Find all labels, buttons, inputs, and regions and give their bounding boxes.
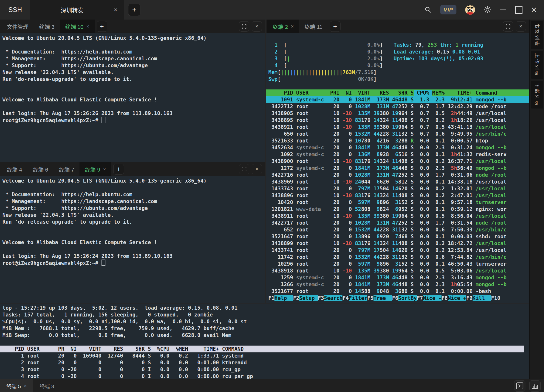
process-row[interactable]: 3438895 root 10 -10 83176 14324 11408 S … [266,117,529,124]
bottom-tab-终端 8[interactable]: 终端 8 [33,379,61,392]
process-row[interactable]: 1272 systemd-c 20 0 1841M 173M 46448 S 0… [266,165,529,172]
terminal-line [0,42,265,48]
tab-close-icon[interactable]: × [86,24,89,29]
process-row[interactable]: 3438896 root 10 -10 83176 14324 11408 S … [266,192,529,199]
fkey-sortby[interactable]: SortBy [398,295,417,301]
process-row[interactable]: 1091 systemd-c 20 0 1841M 173M 46448 S 1… [266,96,529,103]
add-terminal-button[interactable]: + [330,21,340,32]
process-row[interactable]: 3438900 root 10 -10 83176 14324 11408 S … [266,158,529,165]
process-row[interactable]: 652 root 20 0 1532M 44228 31132 S 0.0 0.… [266,226,529,233]
process-row[interactable]: 3438905 root 10 -10 135M 39380 19964 S 0… [266,110,529,117]
new-session-button[interactable]: + [128,4,140,16]
statistics-chart-button[interactable] [529,380,541,392]
tab-close-icon[interactable]: × [24,383,27,389]
sidebar-tab-label: 下载列表 [534,83,541,106]
session-tab-label: 深圳转发 [30,6,114,14]
terminal-line: Welcome to Alibaba Cloud Elastic Compute… [0,96,265,103]
close-button[interactable]: × [531,5,537,14]
sidebar: 书签列表上传列表下载列表 [529,20,544,379]
bottom-tab-终端 5[interactable]: 终端 5× [0,379,33,392]
fkey-search[interactable]: Search [324,295,343,301]
terminal-line [0,184,265,191]
process-row[interactable]: 3438969 root 10 -10 24044 6620 5812 S 0.… [266,178,529,185]
fkey-nice +[interactable]: Nice + [448,295,466,301]
sidebar-tab-upload[interactable]: 上传列表 [531,51,543,79]
process-row[interactable]: 3452634 systemd-c 20 0 1841M 173M 46448 … [266,144,529,151]
htop-terminal-output[interactable]: 1 [ 0.0%] 2 [ 0.0%] 3 [| 2.0%] 4 [ 0.0%]… [266,33,529,303]
terminal-line [0,232,265,239]
terminal-output[interactable]: Welcome to Ubuntu 20.04.5 LTS (GNU/Linux… [0,33,265,162]
session-tab[interactable]: 深圳转发 × [30,0,124,20]
top-terminal-output[interactable]: top - 15:27:19 up 103 days, 5:02, 12 use… [0,304,529,379]
terminal-tab-终端 2[interactable]: 终端 2× [267,20,299,33]
process-row[interactable]: 3422716 root 20 0 1028M 131M 47252 S 0.0… [266,172,529,178]
process-row[interactable]: 10420 root 20 0 597M 9896 3152 S 0.0 0.1… [266,199,529,206]
expand-pane-icon[interactable] [503,21,513,32]
process-row[interactable]: 3438921 root 10 -10 135M 39380 19964 S 0… [266,124,529,131]
process-row[interactable]: 1433741 root 20 0 797M 17504 14620 S 0.0… [266,247,529,254]
terminal-tab-终端 3[interactable]: 终端 3 [34,20,60,33]
process-table-header[interactable]: PID USER PRI NI VIRT RES SHR S CPU% MEM%… [266,89,529,96]
settings-gear-icon[interactable] [484,6,491,13]
tab-close-icon[interactable]: × [291,24,294,29]
process-row[interactable]: 3438911 root 10 -10 135M 39380 19964 S 0… [266,213,529,219]
terminal-tab-文件管理[interactable]: 文件管理 [1,20,34,33]
tab-label: 终端 7 [59,165,74,173]
terminal-output[interactable]: Welcome to Ubuntu 20.04.5 LTS (GNU/Linux… [0,176,265,303]
terminal-tab-终端 10[interactable]: 终端 10× [60,20,94,33]
ssh-client-window: SSH 深圳转发 × + VIP [0,0,544,392]
top-summary-line: MiB Mem : 7688.1 total, 2298.5 free, 759… [0,325,529,332]
close-pane-icon[interactable]: × [252,164,262,174]
pane-actions: × [239,164,264,174]
add-terminal-button[interactable]: + [97,21,107,32]
vip-badge[interactable]: VIP [440,5,456,14]
process-row[interactable]: 1266 systemd-c 20 0 1841M 173M 46448 S 0… [266,281,529,288]
process-row[interactable]: 1201821 www-data 20 0 52808 9824 6952 S … [266,206,529,213]
process-row[interactable]: 3422712 root 20 0 1028M 131M 47252 S 0.7… [266,103,529,110]
open-terminal-button[interactable] [514,380,525,392]
process-row[interactable]: 3521677 root 20 0 14588 9048 3680 S 0.0 … [266,288,529,295]
process-row[interactable]: 3521633 root 20 0 10780 4216 3288 R 0.0 … [266,137,529,144]
blank-line [266,83,529,89]
process-row[interactable]: 3521647 root 20 0 13896 8920 7468 S 0.0 … [266,233,529,240]
close-pane-icon[interactable]: × [252,21,262,32]
terminal-line: Run 'do-release-upgrade' to upgrade to i… [0,218,265,225]
process-row[interactable]: 1433743 root 20 0 797M 17504 14620 S 0.0… [266,185,529,192]
search-icon[interactable] [425,6,431,13]
terminal-tab-终端 7[interactable]: 终端 7 [54,162,79,176]
terminal-tab-终端 4[interactable]: 终端 4 [1,162,27,176]
maximize-button[interactable] [515,6,522,14]
sidebar-tab-bookmarks[interactable]: 书签列表 [531,21,543,49]
session-tab-close-icon[interactable]: × [114,6,124,14]
tab-close-icon[interactable]: × [103,166,106,172]
process-row[interactable]: 650 root 20 0 1532M 44228 31132 S 0.7 0.… [266,131,529,137]
process-row[interactable]: 10296 root 20 0 597M 9896 3152 S 0.0 0.1… [266,261,529,267]
terminal-tab-终端 9[interactable]: 终端 9× [79,162,111,176]
process-row[interactable]: 3438899 root 10 -10 83176 14324 11408 S … [266,240,529,247]
fkey-tree[interactable]: Tree [374,295,392,301]
process-row[interactable]: 1259 systemd-c 20 0 1841M 173M 46448 S 0… [266,274,529,281]
fkey-bar: F1Help F2Setup F3SearchF4FilterF5Tree F6… [266,295,529,302]
expand-pane-icon[interactable] [239,21,249,32]
process-row[interactable]: 1092 systemd-c 20 0 136M 8928 6516 S 0.0… [266,151,529,158]
add-terminal-button[interactable]: + [113,164,124,174]
sidebar-tab-label: 书签列表 [534,23,541,47]
close-pane-icon[interactable]: × [516,21,526,32]
minimize-button[interactable] [500,10,506,10]
tab-label: 终端 5 [6,382,21,390]
process-row[interactable]: 3422717 root 20 0 1028M 131M 47252 S 0.0… [266,219,529,226]
fkey-setup[interactable]: Setup [299,295,318,301]
terminal-tab-终端 6[interactable]: 终端 6 [27,162,53,176]
fkey-kill[interactable]: Kill [473,295,491,301]
expand-pane-icon[interactable] [239,164,249,174]
fkey-filter[interactable]: Filter [349,295,367,301]
sidebar-tab-download[interactable]: 下载列表 [531,81,543,109]
avatar[interactable] [465,5,475,15]
terminal-line: * Documentation: https://help.ubuntu.com [0,191,265,198]
process-row[interactable]: 3438918 root 10 -10 135M 39380 19964 S 0… [266,267,529,274]
process-row[interactable]: 11742 root 20 0 1532M 44228 31132 S 0.0 … [266,254,529,261]
fkey-nice -[interactable]: Nice - [423,295,442,301]
terminal-tab-终端 11[interactable]: 终端 11 [299,20,328,33]
fkey-help[interactable]: Help [274,295,293,301]
bottom-tabs: 终端 5×终端 8 [0,379,60,392]
